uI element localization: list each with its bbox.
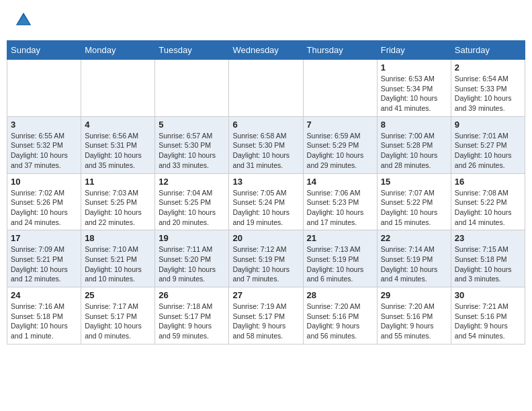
day-number: 10: [11, 177, 77, 187]
weekday-header-sunday: Sunday: [7, 41, 81, 60]
calendar-cell: 9Sunrise: 7:01 AM Sunset: 5:27 PM Daylig…: [451, 116, 525, 173]
calendar-cell: 1Sunrise: 6:53 AM Sunset: 5:34 PM Daylig…: [377, 60, 451, 117]
day-info: Sunrise: 7:05 AM Sunset: 5:24 PM Dayligh…: [232, 188, 299, 228]
day-number: 17: [11, 233, 77, 243]
calendar-cell: 14Sunrise: 7:06 AM Sunset: 5:23 PM Dayli…: [303, 173, 377, 230]
day-info: Sunrise: 6:59 AM Sunset: 5:29 PM Dayligh…: [307, 131, 373, 171]
day-info: Sunrise: 7:10 AM Sunset: 5:21 PM Dayligh…: [85, 244, 151, 284]
day-info: Sunrise: 7:09 AM Sunset: 5:21 PM Dayligh…: [11, 244, 77, 284]
calendar-cell: 7Sunrise: 6:59 AM Sunset: 5:29 PM Daylig…: [303, 116, 377, 173]
weekday-header-friday: Friday: [377, 41, 451, 60]
calendar-week-4: 17Sunrise: 7:09 AM Sunset: 5:21 PM Dayli…: [7, 230, 525, 287]
day-info: Sunrise: 7:20 AM Sunset: 5:16 PM Dayligh…: [381, 302, 447, 341]
day-number: 21: [307, 233, 373, 243]
calendar-week-5: 24Sunrise: 7:16 AM Sunset: 5:18 PM Dayli…: [7, 287, 525, 345]
day-number: 1: [381, 62, 447, 73]
calendar-cell: 26Sunrise: 7:18 AM Sunset: 5:17 PM Dayli…: [155, 287, 229, 345]
day-number: 2: [455, 62, 521, 73]
day-number: 11: [85, 177, 151, 187]
calendar-week-3: 10Sunrise: 7:02 AM Sunset: 5:26 PM Dayli…: [7, 173, 525, 230]
day-number: 18: [85, 233, 151, 243]
day-number: 5: [159, 120, 225, 130]
calendar-week-1: 1Sunrise: 6:53 AM Sunset: 5:34 PM Daylig…: [7, 60, 525, 117]
day-info: Sunrise: 7:19 AM Sunset: 5:17 PM Dayligh…: [232, 302, 299, 341]
day-info: Sunrise: 7:18 AM Sunset: 5:17 PM Dayligh…: [159, 302, 225, 341]
day-number: 19: [159, 233, 225, 243]
day-info: Sunrise: 7:13 AM Sunset: 5:19 PM Dayligh…: [307, 244, 373, 284]
logo-icon: [13, 10, 34, 30]
calendar-cell: 23Sunrise: 7:15 AM Sunset: 5:18 PM Dayli…: [451, 230, 525, 287]
calendar-cell: [155, 60, 229, 117]
day-info: Sunrise: 6:56 AM Sunset: 5:31 PM Dayligh…: [85, 131, 151, 171]
page-header: [7, 7, 525, 34]
day-number: 14: [307, 177, 373, 187]
day-info: Sunrise: 7:01 AM Sunset: 5:27 PM Dayligh…: [455, 131, 521, 171]
day-number: 7: [307, 120, 373, 130]
day-number: 8: [381, 120, 447, 130]
day-number: 30: [455, 290, 521, 300]
calendar-cell: 12Sunrise: 7:04 AM Sunset: 5:25 PM Dayli…: [155, 173, 229, 230]
day-info: Sunrise: 7:04 AM Sunset: 5:25 PM Dayligh…: [159, 188, 225, 228]
calendar-cell: 21Sunrise: 7:13 AM Sunset: 5:19 PM Dayli…: [303, 230, 377, 287]
day-info: Sunrise: 7:16 AM Sunset: 5:18 PM Dayligh…: [11, 302, 77, 341]
calendar-cell: 18Sunrise: 7:10 AM Sunset: 5:21 PM Dayli…: [81, 230, 155, 287]
calendar-cell: 3Sunrise: 6:55 AM Sunset: 5:32 PM Daylig…: [7, 116, 81, 173]
calendar-table: SundayMondayTuesdayWednesdayThursdayFrid…: [7, 40, 525, 345]
calendar-cell: 20Sunrise: 7:12 AM Sunset: 5:19 PM Dayli…: [229, 230, 303, 287]
calendar-cell: 4Sunrise: 6:56 AM Sunset: 5:31 PM Daylig…: [81, 116, 155, 173]
calendar-cell: 16Sunrise: 7:08 AM Sunset: 5:22 PM Dayli…: [451, 173, 525, 230]
day-info: Sunrise: 7:02 AM Sunset: 5:26 PM Dayligh…: [11, 188, 77, 228]
day-number: 25: [85, 290, 151, 300]
weekday-header-saturday: Saturday: [451, 41, 525, 60]
day-info: Sunrise: 6:54 AM Sunset: 5:33 PM Dayligh…: [455, 74, 521, 113]
calendar-week-2: 3Sunrise: 6:55 AM Sunset: 5:32 PM Daylig…: [7, 116, 525, 173]
day-number: 28: [307, 290, 373, 300]
calendar-header: SundayMondayTuesdayWednesdayThursdayFrid…: [7, 41, 525, 60]
calendar-cell: 29Sunrise: 7:20 AM Sunset: 5:16 PM Dayli…: [377, 287, 451, 345]
day-info: Sunrise: 7:00 AM Sunset: 5:28 PM Dayligh…: [381, 131, 447, 171]
day-info: Sunrise: 7:14 AM Sunset: 5:19 PM Dayligh…: [381, 244, 447, 284]
calendar-cell: 17Sunrise: 7:09 AM Sunset: 5:21 PM Dayli…: [7, 230, 81, 287]
weekday-header-wednesday: Wednesday: [229, 41, 303, 60]
day-info: Sunrise: 7:17 AM Sunset: 5:17 PM Dayligh…: [85, 302, 151, 341]
day-info: Sunrise: 6:53 AM Sunset: 5:34 PM Dayligh…: [381, 74, 447, 113]
day-number: 3: [11, 120, 77, 130]
day-number: 12: [159, 177, 225, 187]
day-number: 20: [232, 233, 299, 243]
weekday-row: SundayMondayTuesdayWednesdayThursdayFrid…: [7, 41, 525, 60]
calendar-cell: [229, 60, 303, 117]
calendar-cell: 19Sunrise: 7:11 AM Sunset: 5:20 PM Dayli…: [155, 230, 229, 287]
calendar-cell: 24Sunrise: 7:16 AM Sunset: 5:18 PM Dayli…: [7, 287, 81, 345]
day-number: 6: [232, 120, 299, 130]
calendar-body: 1Sunrise: 6:53 AM Sunset: 5:34 PM Daylig…: [7, 60, 525, 345]
day-info: Sunrise: 7:11 AM Sunset: 5:20 PM Dayligh…: [159, 244, 225, 284]
calendar-cell: 28Sunrise: 7:20 AM Sunset: 5:16 PM Dayli…: [303, 287, 377, 345]
calendar-cell: [7, 60, 81, 117]
calendar-cell: 6Sunrise: 6:58 AM Sunset: 5:30 PM Daylig…: [229, 116, 303, 173]
day-info: Sunrise: 7:07 AM Sunset: 5:22 PM Dayligh…: [381, 188, 447, 228]
day-number: 29: [381, 290, 447, 300]
calendar-cell: 8Sunrise: 7:00 AM Sunset: 5:28 PM Daylig…: [377, 116, 451, 173]
day-number: 26: [159, 290, 225, 300]
day-number: 24: [11, 290, 77, 300]
day-number: 16: [455, 177, 521, 187]
day-info: Sunrise: 7:03 AM Sunset: 5:25 PM Dayligh…: [85, 188, 151, 228]
weekday-header-monday: Monday: [81, 41, 155, 60]
calendar-cell: 25Sunrise: 7:17 AM Sunset: 5:17 PM Dayli…: [81, 287, 155, 345]
calendar-cell: 30Sunrise: 7:21 AM Sunset: 5:16 PM Dayli…: [451, 287, 525, 345]
day-info: Sunrise: 7:21 AM Sunset: 5:16 PM Dayligh…: [455, 302, 521, 341]
day-number: 15: [381, 177, 447, 187]
day-number: 13: [232, 177, 299, 187]
calendar-cell: 5Sunrise: 6:57 AM Sunset: 5:30 PM Daylig…: [155, 116, 229, 173]
day-number: 27: [232, 290, 299, 300]
calendar-cell: 2Sunrise: 6:54 AM Sunset: 5:33 PM Daylig…: [451, 60, 525, 117]
day-number: 9: [455, 120, 521, 130]
day-number: 23: [455, 233, 521, 243]
calendar-cell: 22Sunrise: 7:14 AM Sunset: 5:19 PM Dayli…: [377, 230, 451, 287]
weekday-header-thursday: Thursday: [303, 41, 377, 60]
day-info: Sunrise: 7:15 AM Sunset: 5:18 PM Dayligh…: [455, 244, 521, 284]
day-info: Sunrise: 7:08 AM Sunset: 5:22 PM Dayligh…: [455, 188, 521, 228]
day-info: Sunrise: 7:06 AM Sunset: 5:23 PM Dayligh…: [307, 188, 373, 228]
day-info: Sunrise: 6:57 AM Sunset: 5:30 PM Dayligh…: [159, 131, 225, 171]
logo: [13, 10, 36, 30]
